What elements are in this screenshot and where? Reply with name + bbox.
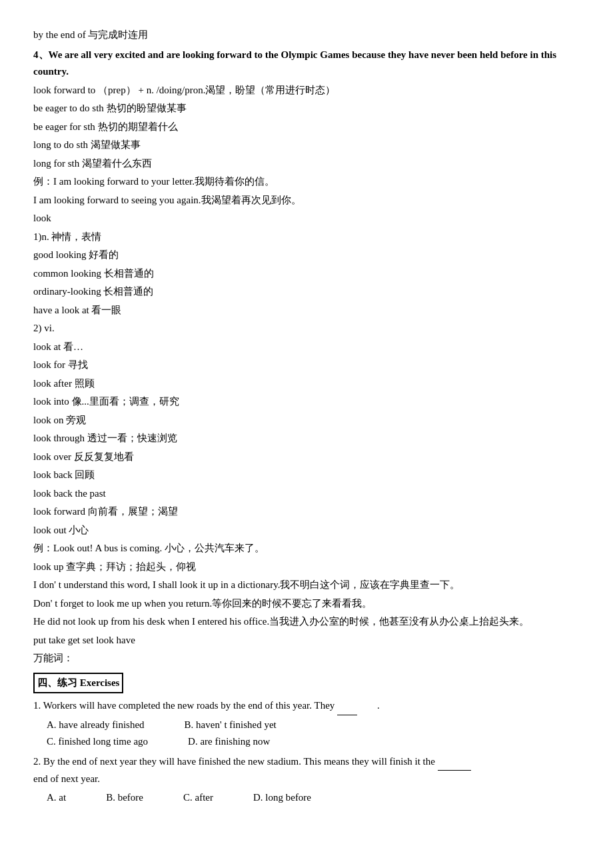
section4-heading: 4、We are all very excited and are lookin… [33, 47, 580, 81]
look-1n-line: 1)n. 神情，表情 [33, 229, 580, 246]
long-for-line: long for sth 渴望着什么东西 [33, 155, 580, 173]
put-take-line: put take get set look have [33, 632, 580, 649]
look-on-line: look on 旁观 [33, 412, 580, 429]
q2-options: A. at B. before C. after D. long before [47, 789, 580, 807]
example1-line: 例：I am looking forward to your letter.我期… [33, 173, 580, 191]
long-do-line: long to do sth 渴望做某事 [33, 137, 580, 154]
example-lookup3-block: He did not look up from his desk when I … [33, 613, 580, 631]
look-for-line: look for 寻找 [33, 357, 580, 374]
look-back-past-line: look back the past [33, 485, 580, 503]
q1-options: A. have already finished B. haven' t fin… [33, 717, 580, 751]
look-after-line: look after 照顾 [33, 375, 580, 393]
ordinary-looking-line: ordinary-looking 长相普通的 [33, 283, 580, 301]
look-forward-line: look forward 向前看，展望；渴望 [33, 503, 580, 521]
be-eager-for-line: be eager for sth 热切的期望着什么 [33, 119, 580, 136]
example-lookout-line: 例：Look out! A bus is coming. 小心，公共汽车来了。 [33, 540, 580, 557]
wanneng-line: 万能词： [33, 650, 580, 667]
example-lookup1-line: I don' t understand this word, I shall l… [33, 577, 580, 594]
look-up-line: look up 查字典；拜访；抬起头，仰视 [33, 559, 580, 576]
look-at-line: look at 看… [33, 339, 580, 356]
example2-line: I am looking forward to seeing you again… [33, 192, 580, 209]
be-eager-do-line: be eager to do sth 热切的盼望做某事 [33, 100, 580, 117]
q1-line: 1. Workers will have completed the new r… [33, 697, 580, 715]
document-content: by the end of 与完成时连用 4、We are all very e… [33, 27, 580, 806]
look-through-line: look through 透过一看；快速浏览 [33, 430, 580, 447]
example-lookup2-line: Don' t forget to look me up when you ret… [33, 595, 580, 613]
look-back-line: look back 回顾 [33, 467, 580, 484]
look-forward-to-line: look forward to （prep） + n. /doing/pron.… [33, 82, 580, 99]
good-looking-line: good looking 好看的 [33, 247, 580, 264]
line-by-end-of: by the end of 与完成时连用 [33, 27, 580, 44]
look-header-line: look [33, 210, 580, 227]
exercises-heading: 四、练习 Exercises [33, 673, 580, 694]
look-over-line: look over 反反复复地看 [33, 449, 580, 466]
have-a-look-line: have a look at 看一眼 [33, 302, 580, 319]
common-looking-line: common looking 长相普通的 [33, 265, 580, 283]
look-2vi-line: 2) vi. [33, 320, 580, 337]
look-into-line: look into 像...里面看；调查，研究 [33, 393, 580, 411]
q2-block: 2. By the end of next year they will hav… [33, 753, 580, 788]
look-out-line: look out 小心 [33, 522, 580, 539]
